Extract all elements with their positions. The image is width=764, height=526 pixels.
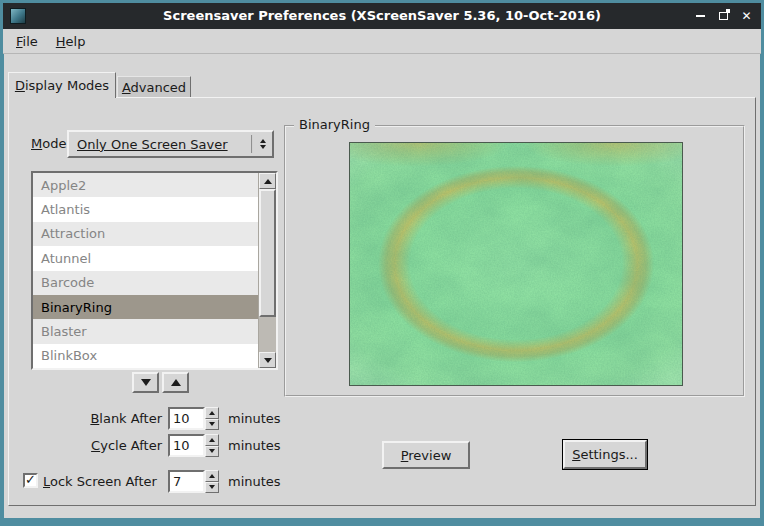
menu-file[interactable]: File <box>7 31 47 52</box>
restore-icon <box>719 12 728 20</box>
arrow-down-icon <box>209 449 215 453</box>
arrow-up-icon <box>264 179 272 184</box>
arrow-up-icon <box>209 438 215 442</box>
titlebar[interactable]: Screensaver Preferences (XScreenSaver 5.… <box>3 3 761 29</box>
blank-after-spinbox: 10 <box>168 407 219 430</box>
arrow-down-icon <box>141 379 151 386</box>
display-modes-page: Mode: Only One Screen Saver Apple2Atlant… <box>8 97 756 506</box>
cycle-after-spin-buttons <box>205 434 219 457</box>
preview-noise-texture <box>350 143 683 386</box>
cycle-after-increment[interactable] <box>205 434 219 446</box>
preview-frame: BinaryRing <box>284 125 745 397</box>
saver-list-scrollbar[interactable] <box>258 173 276 368</box>
lock-after-unit: minutes <box>228 474 281 489</box>
minimize-icon <box>696 15 705 17</box>
lock-after-spinbox: 7 <box>168 470 219 493</box>
blank-after-unit: minutes <box>228 411 281 426</box>
blank-after-increment[interactable] <box>205 407 219 419</box>
cycle-after-spinbox: 10 <box>168 434 219 457</box>
saver-listbox: Apple2AtlantisAttractionAtunnelBarcodeBi… <box>31 171 278 370</box>
arrow-down-icon <box>209 422 215 426</box>
arrow-up-icon <box>209 474 215 478</box>
lock-screen-checkbox[interactable]: ✓ <box>23 473 38 488</box>
blank-after-input[interactable]: 10 <box>168 407 205 430</box>
mode-select[interactable]: Only One Screen Saver <box>67 130 274 158</box>
saver-list: Apple2AtlantisAttractionAtunnelBarcodeBi… <box>33 173 258 368</box>
list-item[interactable]: BinaryRing <box>33 295 258 319</box>
tab-advanced[interactable]: Advanced <box>117 76 191 98</box>
minimize-button[interactable] <box>692 8 709 25</box>
arrow-up-icon <box>171 379 181 386</box>
preview-button-label: Preview <box>401 448 452 463</box>
blank-after-spin-buttons <box>205 407 219 430</box>
xscreensaver-window: Screensaver Preferences (XScreenSaver 5.… <box>0 0 764 526</box>
window-controls: ✕ <box>692 3 755 29</box>
list-item[interactable]: BlinkBox <box>33 344 258 368</box>
arrow-down-icon <box>264 358 272 363</box>
list-item[interactable]: Apple2 <box>33 173 258 197</box>
scrollbar-thumb[interactable] <box>259 189 276 317</box>
mode-label: Mode: <box>31 136 71 151</box>
list-item[interactable]: Blaster <box>33 319 258 343</box>
list-item[interactable]: Attraction <box>33 222 258 246</box>
settings-button[interactable]: Settings... <box>563 440 647 469</box>
close-icon: ✕ <box>741 8 751 25</box>
scroll-up-button[interactable] <box>259 173 276 189</box>
window-title: Screensaver Preferences (XScreenSaver 5.… <box>3 3 761 29</box>
scroll-down-button[interactable] <box>259 352 276 368</box>
menubar: File Help <box>3 29 761 54</box>
arrow-down-icon <box>209 485 215 489</box>
cycle-after-input[interactable]: 10 <box>168 434 205 457</box>
lock-after-decrement[interactable] <box>205 482 219 494</box>
blank-after-label: Blank After <box>42 411 162 426</box>
list-item[interactable]: Atunnel <box>33 246 258 270</box>
cycle-after-decrement[interactable] <box>205 446 219 458</box>
mode-select-value: Only One Screen Saver <box>69 137 251 152</box>
close-button[interactable]: ✕ <box>738 8 755 25</box>
tab-advanced-label: Advanced <box>122 77 186 98</box>
preview-frame-label: BinaryRing <box>294 117 375 132</box>
app-icon <box>10 8 26 24</box>
list-item[interactable]: Barcode <box>33 271 258 295</box>
cycle-after-unit: minutes <box>228 438 281 453</box>
list-item[interactable]: Atlantis <box>33 197 258 221</box>
lock-after-input[interactable]: 7 <box>168 470 205 493</box>
arrow-up-icon <box>209 411 215 415</box>
combo-spinner-icon <box>256 139 270 149</box>
list-nav-buttons <box>132 372 189 393</box>
cycle-after-label: Cycle After <box>42 438 162 453</box>
tab-display-modes-label: Display Modes <box>15 73 109 98</box>
settings-button-label: Settings... <box>572 447 638 462</box>
tab-display-modes[interactable]: Display Modes <box>8 72 116 98</box>
lock-after-spin-buttons <box>205 470 219 493</box>
previous-saver-button[interactable] <box>162 372 189 393</box>
preview-button[interactable]: Preview <box>382 441 470 469</box>
restore-button[interactable] <box>715 8 732 25</box>
preview-image <box>349 142 683 386</box>
blank-after-decrement[interactable] <box>205 419 219 431</box>
checkmark-icon: ✓ <box>25 474 36 485</box>
lock-after-increment[interactable] <box>205 470 219 482</box>
menu-help[interactable]: Help <box>47 31 95 52</box>
combo-separator <box>251 135 253 153</box>
lock-screen-label[interactable]: Lock Screen After <box>43 474 157 489</box>
next-saver-button[interactable] <box>132 372 159 393</box>
